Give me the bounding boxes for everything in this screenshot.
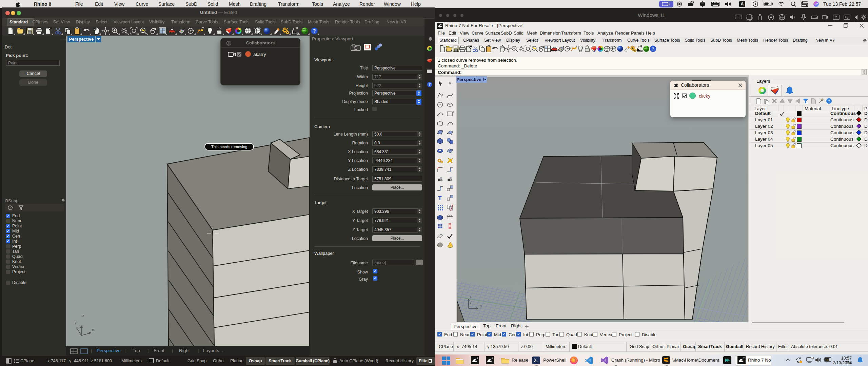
svg-text:?: ? xyxy=(429,82,431,86)
svg-text:z: z xyxy=(470,294,472,299)
svg-text:?: ? xyxy=(828,99,830,103)
svg-text:z: z xyxy=(82,313,84,318)
svg-text:y: y xyxy=(470,300,472,304)
svg-text:T: T xyxy=(438,195,442,202)
svg-text:x: x xyxy=(480,304,482,308)
svg-text:7: 7 xyxy=(743,357,745,360)
svg-text:x: x xyxy=(92,328,94,332)
svg-text:y: y xyxy=(75,320,77,324)
svg-text:8: 8 xyxy=(477,357,478,360)
svg-text:This needs removing: This needs removing xyxy=(211,145,248,149)
svg-text:7: 7 xyxy=(492,357,493,360)
